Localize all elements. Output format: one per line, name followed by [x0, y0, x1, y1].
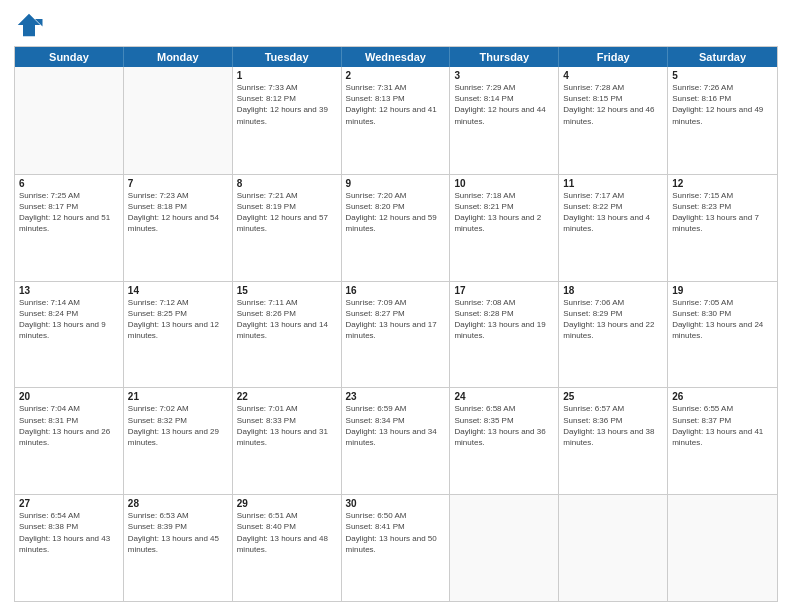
day-number: 5 [672, 70, 773, 81]
weekday-header-saturday: Saturday [668, 47, 777, 67]
calendar-cell: 3Sunrise: 7:29 AM Sunset: 8:14 PM Daylig… [450, 67, 559, 174]
calendar-cell: 9Sunrise: 7:20 AM Sunset: 8:20 PM Daylig… [342, 175, 451, 281]
day-info: Sunrise: 6:57 AM Sunset: 8:36 PM Dayligh… [563, 403, 663, 448]
day-number: 16 [346, 285, 446, 296]
day-info: Sunrise: 7:15 AM Sunset: 8:23 PM Dayligh… [672, 190, 773, 235]
weekday-header-wednesday: Wednesday [342, 47, 451, 67]
logo [14, 10, 48, 40]
day-number: 27 [19, 498, 119, 509]
calendar-cell: 2Sunrise: 7:31 AM Sunset: 8:13 PM Daylig… [342, 67, 451, 174]
day-info: Sunrise: 6:58 AM Sunset: 8:35 PM Dayligh… [454, 403, 554, 448]
day-number: 1 [237, 70, 337, 81]
weekday-header-friday: Friday [559, 47, 668, 67]
day-info: Sunrise: 7:26 AM Sunset: 8:16 PM Dayligh… [672, 82, 773, 127]
calendar-cell: 5Sunrise: 7:26 AM Sunset: 8:16 PM Daylig… [668, 67, 777, 174]
calendar-cell [15, 67, 124, 174]
calendar-cell: 14Sunrise: 7:12 AM Sunset: 8:25 PM Dayli… [124, 282, 233, 388]
calendar-cell: 29Sunrise: 6:51 AM Sunset: 8:40 PM Dayli… [233, 495, 342, 601]
weekday-header-sunday: Sunday [15, 47, 124, 67]
calendar-cell: 28Sunrise: 6:53 AM Sunset: 8:39 PM Dayli… [124, 495, 233, 601]
svg-marker-0 [18, 14, 41, 37]
day-number: 22 [237, 391, 337, 402]
day-number: 29 [237, 498, 337, 509]
calendar-cell: 19Sunrise: 7:05 AM Sunset: 8:30 PM Dayli… [668, 282, 777, 388]
calendar-cell: 26Sunrise: 6:55 AM Sunset: 8:37 PM Dayli… [668, 388, 777, 494]
day-info: Sunrise: 6:53 AM Sunset: 8:39 PM Dayligh… [128, 510, 228, 555]
day-info: Sunrise: 7:23 AM Sunset: 8:18 PM Dayligh… [128, 190, 228, 235]
calendar-cell: 21Sunrise: 7:02 AM Sunset: 8:32 PM Dayli… [124, 388, 233, 494]
day-number: 13 [19, 285, 119, 296]
weekday-header-tuesday: Tuesday [233, 47, 342, 67]
day-info: Sunrise: 7:12 AM Sunset: 8:25 PM Dayligh… [128, 297, 228, 342]
calendar-cell: 20Sunrise: 7:04 AM Sunset: 8:31 PM Dayli… [15, 388, 124, 494]
day-info: Sunrise: 6:50 AM Sunset: 8:41 PM Dayligh… [346, 510, 446, 555]
calendar-cell: 22Sunrise: 7:01 AM Sunset: 8:33 PM Dayli… [233, 388, 342, 494]
day-info: Sunrise: 6:59 AM Sunset: 8:34 PM Dayligh… [346, 403, 446, 448]
day-info: Sunrise: 7:29 AM Sunset: 8:14 PM Dayligh… [454, 82, 554, 127]
day-info: Sunrise: 6:51 AM Sunset: 8:40 PM Dayligh… [237, 510, 337, 555]
day-info: Sunrise: 6:55 AM Sunset: 8:37 PM Dayligh… [672, 403, 773, 448]
calendar-cell: 15Sunrise: 7:11 AM Sunset: 8:26 PM Dayli… [233, 282, 342, 388]
day-number: 11 [563, 178, 663, 189]
day-number: 14 [128, 285, 228, 296]
calendar-body: 1Sunrise: 7:33 AM Sunset: 8:12 PM Daylig… [15, 67, 777, 601]
day-number: 20 [19, 391, 119, 402]
day-info: Sunrise: 7:02 AM Sunset: 8:32 PM Dayligh… [128, 403, 228, 448]
day-info: Sunrise: 7:25 AM Sunset: 8:17 PM Dayligh… [19, 190, 119, 235]
day-number: 4 [563, 70, 663, 81]
calendar-cell: 27Sunrise: 6:54 AM Sunset: 8:38 PM Dayli… [15, 495, 124, 601]
day-number: 2 [346, 70, 446, 81]
weekday-header-monday: Monday [124, 47, 233, 67]
calendar-cell [668, 495, 777, 601]
day-number: 19 [672, 285, 773, 296]
calendar-cell: 17Sunrise: 7:08 AM Sunset: 8:28 PM Dayli… [450, 282, 559, 388]
calendar-row: 27Sunrise: 6:54 AM Sunset: 8:38 PM Dayli… [15, 494, 777, 601]
calendar-cell: 13Sunrise: 7:14 AM Sunset: 8:24 PM Dayli… [15, 282, 124, 388]
day-number: 17 [454, 285, 554, 296]
calendar-cell: 11Sunrise: 7:17 AM Sunset: 8:22 PM Dayli… [559, 175, 668, 281]
calendar-cell: 16Sunrise: 7:09 AM Sunset: 8:27 PM Dayli… [342, 282, 451, 388]
calendar-cell [559, 495, 668, 601]
logo-icon [14, 10, 44, 40]
day-number: 21 [128, 391, 228, 402]
calendar-cell: 8Sunrise: 7:21 AM Sunset: 8:19 PM Daylig… [233, 175, 342, 281]
day-number: 28 [128, 498, 228, 509]
calendar-cell [124, 67, 233, 174]
day-info: Sunrise: 7:14 AM Sunset: 8:24 PM Dayligh… [19, 297, 119, 342]
day-number: 6 [19, 178, 119, 189]
calendar-cell: 23Sunrise: 6:59 AM Sunset: 8:34 PM Dayli… [342, 388, 451, 494]
calendar-cell: 12Sunrise: 7:15 AM Sunset: 8:23 PM Dayli… [668, 175, 777, 281]
weekday-header-thursday: Thursday [450, 47, 559, 67]
day-number: 8 [237, 178, 337, 189]
calendar: SundayMondayTuesdayWednesdayThursdayFrid… [14, 46, 778, 602]
day-info: Sunrise: 7:28 AM Sunset: 8:15 PM Dayligh… [563, 82, 663, 127]
day-info: Sunrise: 6:54 AM Sunset: 8:38 PM Dayligh… [19, 510, 119, 555]
day-info: Sunrise: 7:31 AM Sunset: 8:13 PM Dayligh… [346, 82, 446, 127]
calendar-row: 20Sunrise: 7:04 AM Sunset: 8:31 PM Dayli… [15, 387, 777, 494]
calendar-row: 6Sunrise: 7:25 AM Sunset: 8:17 PM Daylig… [15, 174, 777, 281]
calendar-cell: 1Sunrise: 7:33 AM Sunset: 8:12 PM Daylig… [233, 67, 342, 174]
calendar-row: 1Sunrise: 7:33 AM Sunset: 8:12 PM Daylig… [15, 67, 777, 174]
day-info: Sunrise: 7:20 AM Sunset: 8:20 PM Dayligh… [346, 190, 446, 235]
calendar-header: SundayMondayTuesdayWednesdayThursdayFrid… [15, 47, 777, 67]
day-number: 18 [563, 285, 663, 296]
day-number: 3 [454, 70, 554, 81]
day-info: Sunrise: 7:05 AM Sunset: 8:30 PM Dayligh… [672, 297, 773, 342]
calendar-cell: 24Sunrise: 6:58 AM Sunset: 8:35 PM Dayli… [450, 388, 559, 494]
calendar-cell: 10Sunrise: 7:18 AM Sunset: 8:21 PM Dayli… [450, 175, 559, 281]
day-number: 30 [346, 498, 446, 509]
day-info: Sunrise: 7:21 AM Sunset: 8:19 PM Dayligh… [237, 190, 337, 235]
day-number: 23 [346, 391, 446, 402]
day-number: 15 [237, 285, 337, 296]
day-number: 7 [128, 178, 228, 189]
day-info: Sunrise: 7:01 AM Sunset: 8:33 PM Dayligh… [237, 403, 337, 448]
day-info: Sunrise: 7:33 AM Sunset: 8:12 PM Dayligh… [237, 82, 337, 127]
day-info: Sunrise: 7:09 AM Sunset: 8:27 PM Dayligh… [346, 297, 446, 342]
calendar-cell: 4Sunrise: 7:28 AM Sunset: 8:15 PM Daylig… [559, 67, 668, 174]
day-number: 26 [672, 391, 773, 402]
calendar-cell: 30Sunrise: 6:50 AM Sunset: 8:41 PM Dayli… [342, 495, 451, 601]
day-number: 9 [346, 178, 446, 189]
page-container: SundayMondayTuesdayWednesdayThursdayFrid… [0, 0, 792, 612]
day-info: Sunrise: 7:17 AM Sunset: 8:22 PM Dayligh… [563, 190, 663, 235]
day-number: 24 [454, 391, 554, 402]
